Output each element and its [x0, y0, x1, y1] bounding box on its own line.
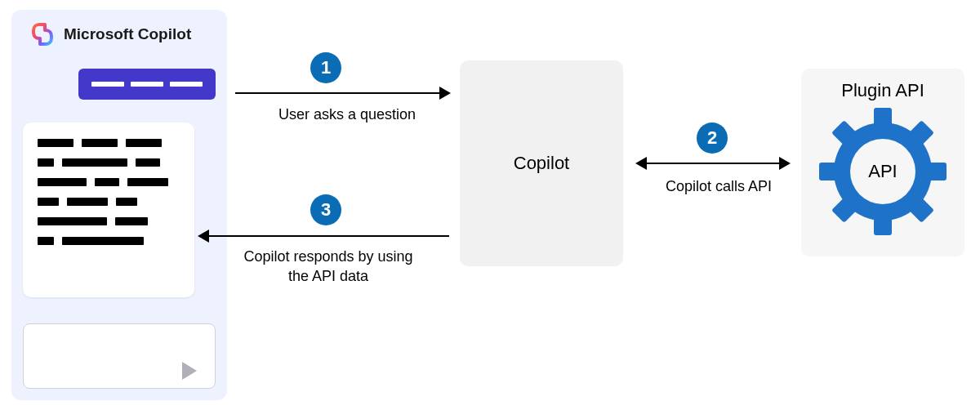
plugin-api-box: Plugin API — [801, 69, 964, 256]
step-1-badge: 1 — [310, 52, 341, 83]
step-2-badge: 2 — [697, 123, 728, 154]
chat-input-box — [23, 323, 216, 389]
send-icon — [182, 362, 197, 380]
copilot-chat-panel: Microsoft Copilot — [11, 10, 227, 400]
copilot-header: Microsoft Copilot — [29, 21, 216, 47]
step-2-number: 2 — [707, 127, 717, 149]
step-2-label: Copilot calls API — [653, 176, 784, 196]
api-gear-icon: API — [817, 106, 948, 237]
arrow-copilot-to-api — [637, 163, 789, 164]
user-message-bubble — [78, 69, 216, 100]
arrow-copilot-response — [199, 235, 449, 237]
step-1-label: User asks a question — [261, 105, 433, 124]
arrow-user-to-copilot — [235, 92, 449, 94]
step-1-number: 1 — [321, 57, 331, 78]
step-3-badge: 3 — [310, 194, 341, 225]
step-3-label: Copilot responds by using the API data — [222, 247, 434, 287]
copilot-response-card — [23, 123, 194, 297]
copilot-logo-icon — [29, 21, 56, 47]
copilot-title: Microsoft Copilot — [64, 25, 191, 43]
architecture-diagram: Microsoft Copilot Copilot Plugin API — [0, 0, 980, 410]
step-3-number: 3 — [321, 199, 331, 221]
copilot-engine-box: Copilot — [460, 60, 623, 266]
copilot-engine-label: Copilot — [514, 153, 569, 174]
api-gear-label: API — [868, 161, 897, 182]
plugin-api-title: Plugin API — [801, 80, 964, 101]
